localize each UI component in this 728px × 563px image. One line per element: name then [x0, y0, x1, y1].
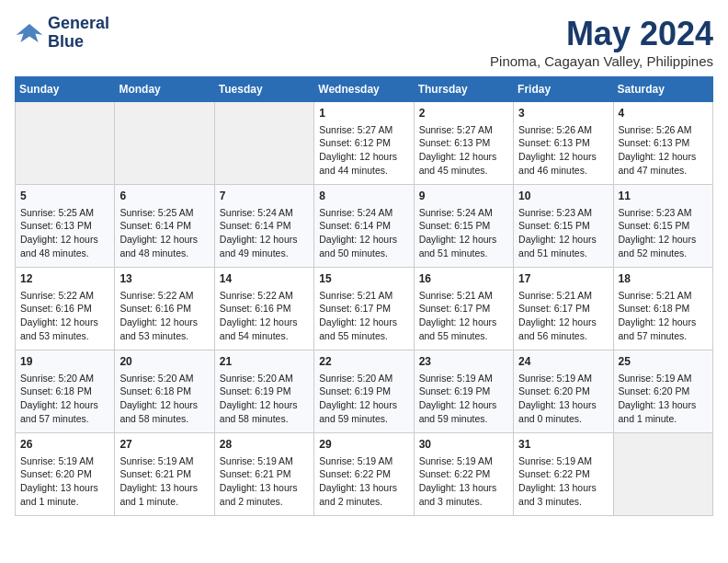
calendar-week-row: 19Sunrise: 5:20 AM Sunset: 6:18 PM Dayli…	[16, 350, 713, 433]
calendar-week-row: 12Sunrise: 5:22 AM Sunset: 6:16 PM Dayli…	[16, 268, 713, 350]
day-info: Sunrise: 5:26 AM Sunset: 6:13 PM Dayligh…	[518, 123, 608, 178]
calendar-cell	[115, 102, 214, 185]
calendar-cell	[613, 433, 712, 516]
calendar-cell	[214, 102, 313, 185]
day-info: Sunrise: 5:24 AM Sunset: 6:14 PM Dayligh…	[220, 206, 309, 260]
calendar-cell: 27Sunrise: 5:19 AM Sunset: 6:21 PM Dayli…	[115, 433, 214, 516]
calendar-cell: 1Sunrise: 5:27 AM Sunset: 6:12 PM Daylig…	[314, 102, 414, 185]
calendar-cell: 9Sunrise: 5:24 AM Sunset: 6:15 PM Daylig…	[414, 185, 513, 268]
day-number: 11	[619, 189, 708, 204]
day-info: Sunrise: 5:21 AM Sunset: 6:17 PM Dayligh…	[319, 289, 408, 343]
day-info: Sunrise: 5:25 AM Sunset: 6:14 PM Dayligh…	[119, 206, 209, 260]
day-number: 13	[119, 271, 209, 287]
day-info: Sunrise: 5:19 AM Sunset: 6:20 PM Dayligh…	[619, 372, 708, 426]
day-number: 3	[518, 106, 608, 121]
day-info: Sunrise: 5:21 AM Sunset: 6:17 PM Dayligh…	[518, 289, 608, 343]
calendar-cell: 31Sunrise: 5:19 AM Sunset: 6:22 PM Dayli…	[514, 433, 613, 516]
day-info: Sunrise: 5:19 AM Sunset: 6:21 PM Dayligh…	[220, 454, 309, 509]
day-number: 2	[419, 106, 508, 121]
day-number: 6	[119, 189, 209, 204]
day-info: Sunrise: 5:23 AM Sunset: 6:15 PM Dayligh…	[619, 206, 708, 260]
day-info: Sunrise: 5:22 AM Sunset: 6:16 PM Dayligh…	[220, 289, 309, 343]
day-info: Sunrise: 5:19 AM Sunset: 6:20 PM Dayligh…	[518, 372, 608, 426]
weekday-header: Saturday	[613, 77, 712, 102]
calendar-cell: 2Sunrise: 5:27 AM Sunset: 6:13 PM Daylig…	[414, 102, 513, 185]
weekday-header: Monday	[115, 77, 214, 102]
logo-icon	[15, 20, 44, 46]
day-number: 23	[419, 354, 508, 370]
calendar-cell: 16Sunrise: 5:21 AM Sunset: 6:17 PM Dayli…	[414, 268, 513, 350]
calendar-cell: 4Sunrise: 5:26 AM Sunset: 6:13 PM Daylig…	[613, 102, 712, 185]
weekday-header: Friday	[514, 77, 613, 102]
day-info: Sunrise: 5:19 AM Sunset: 6:19 PM Dayligh…	[419, 372, 508, 426]
weekday-header-row: SundayMondayTuesdayWednesdayThursdayFrid…	[16, 77, 713, 102]
calendar-cell: 8Sunrise: 5:24 AM Sunset: 6:14 PM Daylig…	[314, 185, 414, 268]
title-area: May 2024 Pinoma, Cagayan Valley, Philipp…	[490, 15, 713, 69]
logo-text: General Blue	[48, 15, 109, 52]
svg-marker-0	[17, 24, 43, 42]
calendar-cell: 15Sunrise: 5:21 AM Sunset: 6:17 PM Dayli…	[314, 268, 414, 350]
day-number: 19	[20, 354, 109, 370]
calendar-title: May 2024	[490, 15, 713, 53]
calendar-cell: 29Sunrise: 5:19 AM Sunset: 6:22 PM Dayli…	[314, 433, 414, 516]
day-number: 25	[619, 354, 708, 370]
day-info: Sunrise: 5:21 AM Sunset: 6:18 PM Dayligh…	[619, 289, 708, 343]
calendar-cell: 17Sunrise: 5:21 AM Sunset: 6:17 PM Dayli…	[514, 268, 613, 350]
day-number: 5	[20, 189, 109, 204]
day-number: 10	[518, 189, 608, 204]
day-number: 31	[518, 437, 608, 453]
calendar-cell: 7Sunrise: 5:24 AM Sunset: 6:14 PM Daylig…	[214, 185, 313, 268]
calendar-cell: 30Sunrise: 5:19 AM Sunset: 6:22 PM Dayli…	[414, 433, 513, 516]
calendar-week-row: 26Sunrise: 5:19 AM Sunset: 6:20 PM Dayli…	[16, 433, 713, 516]
calendar-cell: 23Sunrise: 5:19 AM Sunset: 6:19 PM Dayli…	[414, 350, 513, 433]
calendar-cell: 12Sunrise: 5:22 AM Sunset: 6:16 PM Dayli…	[16, 268, 115, 350]
calendar-cell: 6Sunrise: 5:25 AM Sunset: 6:14 PM Daylig…	[115, 185, 214, 268]
page-header: General Blue May 2024 Pinoma, Cagayan Va…	[15, 15, 713, 69]
weekday-header: Sunday	[16, 77, 115, 102]
day-info: Sunrise: 5:27 AM Sunset: 6:13 PM Dayligh…	[419, 123, 508, 178]
weekday-header: Tuesday	[214, 77, 313, 102]
day-number: 1	[319, 106, 408, 121]
day-number: 20	[119, 354, 209, 370]
calendar-cell: 13Sunrise: 5:22 AM Sunset: 6:16 PM Dayli…	[115, 268, 214, 350]
calendar-subtitle: Pinoma, Cagayan Valley, Philippines	[490, 53, 713, 69]
day-number: 9	[419, 189, 508, 204]
day-info: Sunrise: 5:19 AM Sunset: 6:22 PM Dayligh…	[319, 454, 408, 509]
day-info: Sunrise: 5:23 AM Sunset: 6:15 PM Dayligh…	[518, 206, 608, 260]
day-info: Sunrise: 5:19 AM Sunset: 6:22 PM Dayligh…	[518, 454, 608, 509]
calendar-cell: 24Sunrise: 5:19 AM Sunset: 6:20 PM Dayli…	[514, 350, 613, 433]
day-number: 15	[319, 271, 408, 287]
logo: General Blue	[15, 15, 109, 52]
calendar-cell: 18Sunrise: 5:21 AM Sunset: 6:18 PM Dayli…	[613, 268, 712, 350]
day-info: Sunrise: 5:26 AM Sunset: 6:13 PM Dayligh…	[619, 123, 708, 178]
day-info: Sunrise: 5:25 AM Sunset: 6:13 PM Dayligh…	[20, 206, 109, 260]
day-info: Sunrise: 5:20 AM Sunset: 6:19 PM Dayligh…	[220, 372, 309, 426]
calendar-cell: 28Sunrise: 5:19 AM Sunset: 6:21 PM Dayli…	[214, 433, 313, 516]
day-number: 24	[518, 354, 608, 370]
weekday-header: Thursday	[414, 77, 513, 102]
calendar-cell	[16, 102, 115, 185]
day-number: 29	[319, 437, 408, 453]
calendar-cell: 14Sunrise: 5:22 AM Sunset: 6:16 PM Dayli…	[214, 268, 313, 350]
calendar-cell: 11Sunrise: 5:23 AM Sunset: 6:15 PM Dayli…	[613, 185, 712, 268]
day-number: 17	[518, 271, 608, 287]
weekday-header: Wednesday	[314, 77, 414, 102]
day-info: Sunrise: 5:22 AM Sunset: 6:16 PM Dayligh…	[119, 289, 209, 343]
day-number: 30	[419, 437, 508, 453]
day-info: Sunrise: 5:22 AM Sunset: 6:16 PM Dayligh…	[20, 289, 109, 343]
calendar-cell: 19Sunrise: 5:20 AM Sunset: 6:18 PM Dayli…	[16, 350, 115, 433]
day-number: 8	[319, 189, 408, 204]
day-number: 27	[119, 437, 209, 453]
day-number: 4	[619, 106, 708, 121]
day-info: Sunrise: 5:19 AM Sunset: 6:21 PM Dayligh…	[119, 454, 209, 509]
day-number: 14	[220, 271, 309, 287]
day-number: 7	[220, 189, 309, 204]
day-number: 18	[619, 271, 708, 287]
calendar-cell: 5Sunrise: 5:25 AM Sunset: 6:13 PM Daylig…	[16, 185, 115, 268]
day-info: Sunrise: 5:24 AM Sunset: 6:14 PM Dayligh…	[319, 206, 408, 260]
day-info: Sunrise: 5:24 AM Sunset: 6:15 PM Dayligh…	[419, 206, 508, 260]
day-number: 26	[20, 437, 109, 453]
calendar-week-row: 5Sunrise: 5:25 AM Sunset: 6:13 PM Daylig…	[16, 185, 713, 268]
calendar-table: SundayMondayTuesdayWednesdayThursdayFrid…	[15, 76, 713, 516]
calendar-cell: 22Sunrise: 5:20 AM Sunset: 6:19 PM Dayli…	[314, 350, 414, 433]
